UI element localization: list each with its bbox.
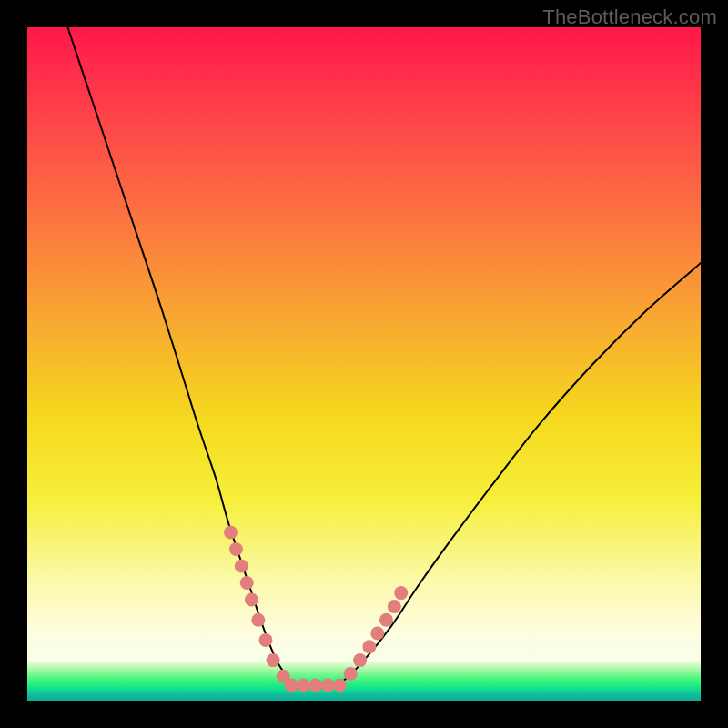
chart-frame: TheBottleneck.com (0, 0, 728, 728)
marker-dot (240, 576, 254, 590)
marker-dot (229, 542, 243, 556)
marker-dot (285, 678, 298, 692)
marker-dot (362, 640, 376, 653)
marker-dot (297, 678, 310, 692)
marker-dot (370, 627, 384, 641)
marker-dot (224, 526, 238, 540)
curve-layer (27, 27, 701, 701)
marker-dot (394, 586, 408, 600)
watermark-text: TheBottleneck.com (542, 5, 717, 29)
marker-dot (251, 613, 265, 627)
marker-dot (245, 593, 258, 607)
marker-dot (379, 613, 393, 627)
marker-dot (321, 678, 335, 692)
plot-area (27, 27, 701, 701)
marker-dot (235, 560, 248, 573)
marker-dot (344, 667, 358, 681)
marker-dot (388, 600, 401, 613)
marker-dot (267, 653, 280, 667)
marker-dots (224, 526, 408, 693)
marker-dot (258, 633, 272, 647)
marker-dot (308, 678, 322, 692)
bottleneck-curve (67, 27, 701, 688)
marker-dot (353, 653, 367, 667)
marker-dot (333, 678, 347, 692)
